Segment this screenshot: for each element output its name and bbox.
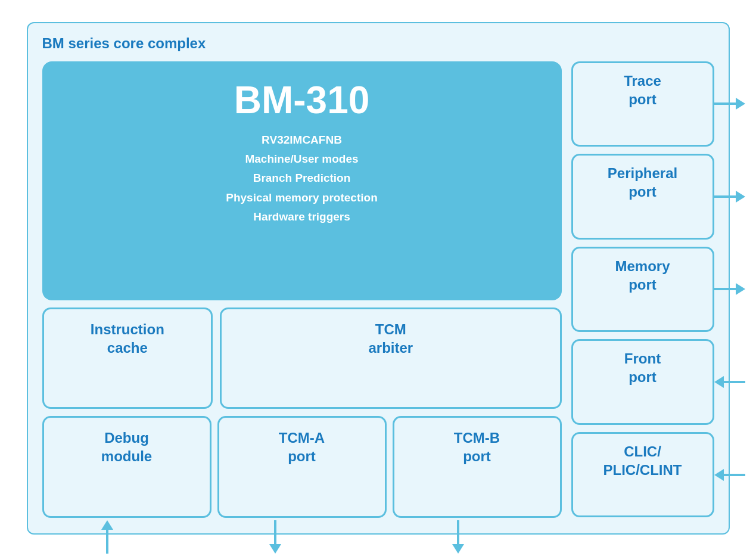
clic-port: CLIC/ PLIC/CLINT	[571, 432, 714, 518]
peripheral-line1: Peripheral	[608, 165, 677, 181]
peripheral-line2: port	[629, 184, 657, 200]
memory-arrow-head	[736, 283, 745, 295]
tcmb-arrow-down-container	[367, 520, 562, 554]
third-row: Debug module TCM-A port TCM-B port	[42, 416, 562, 518]
tcm-a-block: TCM-A port	[217, 416, 387, 518]
core-name: BM-310	[54, 79, 550, 121]
diagram-container: BM series core complex BM-310 RV32IMCAFN…	[27, 22, 730, 535]
peripheral-port-row: Peripheral port	[571, 154, 714, 240]
trace-line2: port	[629, 91, 657, 107]
front-line1: Front	[624, 350, 661, 366]
debug-arrow-up	[101, 520, 113, 554]
tcm-b-line1: TCM-B	[454, 430, 500, 446]
feature-modes: Machine/User modes	[54, 150, 550, 169]
instruction-line1: Instruction	[91, 321, 164, 337]
trace-line1: Trace	[624, 73, 661, 89]
tcma-arrow-head	[269, 544, 281, 554]
feature-triggers: Hardware triggers	[54, 207, 550, 226]
tcmb-arrow-down	[452, 520, 464, 554]
right-area: Trace port Peripheral port	[571, 61, 714, 518]
memory-port-row: Memory port	[571, 247, 714, 333]
front-port: Front port	[571, 339, 714, 425]
tcmb-arrow-line	[457, 520, 459, 544]
clic-port-row: CLIC/ PLIC/CLINT	[571, 432, 714, 518]
debug-line2: module	[101, 448, 152, 464]
tcma-arrow-down-container	[172, 520, 367, 554]
front-arrow-line	[724, 381, 745, 383]
trace-arrow-right	[714, 98, 745, 110]
trace-port-row: Trace port	[571, 61, 714, 147]
tcm-arbiter-block: TCM arbiter	[220, 307, 561, 409]
front-arrow-head	[714, 376, 724, 388]
core-features: RV32IMCAFNB Machine/User modes Branch Pr…	[54, 131, 550, 226]
debug-arrow-line-up	[106, 530, 108, 554]
left-area: BM-310 RV32IMCAFNB Machine/User modes Br…	[42, 61, 562, 518]
tcm-arbiter-line2: arbiter	[368, 340, 413, 356]
tcm-b-line2: port	[463, 448, 491, 464]
trace-arrow-line	[714, 102, 736, 105]
front-arrow-left	[714, 376, 745, 388]
trace-port: Trace port	[571, 61, 714, 147]
tcm-a-line1: TCM-A	[279, 430, 325, 446]
clic-arrow-head	[714, 469, 724, 481]
memory-line2: port	[629, 277, 657, 293]
front-port-row: Front port	[571, 339, 714, 425]
clic-arrow-line	[724, 474, 745, 476]
debug-module-block: Debug module	[42, 416, 211, 518]
memory-arrow-line	[714, 288, 736, 290]
clic-line2: PLIC/CLINT	[603, 462, 682, 478]
diagram-title: BM series core complex	[42, 35, 714, 52]
tcm-b-block: TCM-B port	[393, 416, 562, 518]
clic-line1: CLIC/	[624, 443, 661, 459]
bottom-right-spacer	[562, 520, 705, 554]
peripheral-arrow-head	[736, 191, 745, 203]
memory-port: Memory port	[571, 247, 714, 333]
debug-arrow-head-up	[101, 520, 113, 530]
core-block: BM-310 RV32IMCAFNB Machine/User modes Br…	[42, 61, 562, 300]
tcma-arrow-line	[274, 520, 276, 544]
tcm-arbiter-line1: TCM	[375, 321, 406, 337]
instruction-line2: cache	[107, 340, 148, 356]
instruction-cache-block: Instruction cache	[42, 307, 213, 409]
feature-pmp: Physical memory protection	[54, 188, 550, 207]
bottom-arrows-row	[42, 518, 714, 554]
trace-arrow-head	[736, 98, 745, 110]
content-area: BM-310 RV32IMCAFNB Machine/User modes Br…	[42, 61, 714, 518]
debug-arrow-up-container	[42, 520, 172, 554]
front-line2: port	[629, 369, 657, 385]
tcm-a-line2: port	[288, 448, 316, 464]
second-row: Instruction cache TCM arbiter	[42, 307, 562, 409]
memory-line1: Memory	[615, 258, 670, 274]
debug-line1: Debug	[104, 430, 149, 446]
feature-branch: Branch Prediction	[54, 169, 550, 188]
feature-rv32: RV32IMCAFNB	[54, 131, 550, 150]
peripheral-port: Peripheral port	[571, 154, 714, 240]
peripheral-arrow-right	[714, 191, 745, 203]
tcma-arrow-down	[269, 520, 281, 554]
memory-arrow-right	[714, 283, 745, 295]
clic-arrow-left	[714, 469, 745, 481]
peripheral-arrow-line	[714, 195, 736, 198]
tcmb-arrow-head	[452, 544, 464, 554]
